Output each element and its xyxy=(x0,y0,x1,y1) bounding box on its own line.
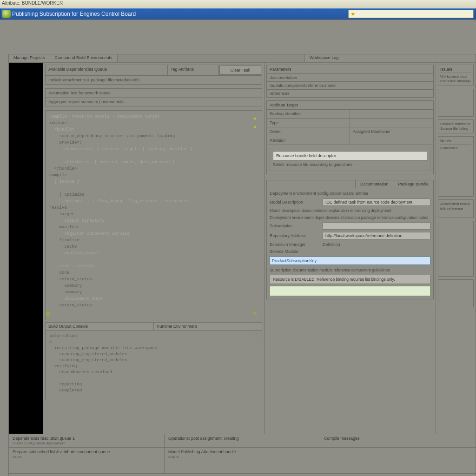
tab-workspace-log[interactable]: Workspace Log xyxy=(304,54,476,62)
tab-runtime-env[interactable]: Runtime Environment xyxy=(154,323,262,330)
code-line: enumeration -> service targets { factory… xyxy=(49,146,258,152)
code-line: return_status xyxy=(49,276,258,283)
far-header-issues: Issues xyxy=(440,67,471,73)
tab-package-bundle[interactable]: Package Bundle xyxy=(393,180,433,188)
detail-desc-2: Deployment environment dependencies info… xyxy=(270,215,430,220)
far-text: Guidelines xyxy=(440,146,471,151)
code-line xyxy=(49,257,258,263)
link-doc[interactable]: documentation xyxy=(266,74,434,82)
resource-input[interactable] xyxy=(273,151,427,160)
code-line: <bundle> xyxy=(49,126,258,133)
output-line: scanning_registered_modules xyxy=(49,357,258,364)
value-model-desc: IDE defined task from source code deploy… xyxy=(323,198,430,206)
marker-icon[interactable]: ▣ xyxy=(253,310,259,315)
detail-desc-3: Subscription documentation module refere… xyxy=(270,268,430,273)
prop-value[interactable]: Assigned Maintainer xyxy=(350,127,433,136)
favorite-icon[interactable]: ★ xyxy=(350,11,356,17)
code-line: attributes: { version, owner, date_creat… xyxy=(49,159,258,165)
tab-manage-projects[interactable]: Manage Projects xyxy=(9,54,50,62)
app-window: Manage Projects Compound Build Environme… xyxy=(8,54,476,476)
browser-tab-bar: Attribute: BUNDLE/WORKER xyxy=(0,0,476,8)
result-box[interactable] xyxy=(270,286,430,296)
code-editor[interactable]: ◆ ◆ ▣ Compile: resource bundle → deploym… xyxy=(45,110,262,320)
output-line: scanning_registered_modules xyxy=(49,351,258,357)
marker-icon[interactable]: ◆ xyxy=(253,115,259,121)
output-line: installing package modules from workspac… xyxy=(49,345,258,351)
header-cell-queue[interactable]: Available Dependencies Queue xyxy=(46,65,168,75)
value-extension: Definition xyxy=(323,242,340,247)
value-repo[interactable]: http://local.workspace/reference.definit… xyxy=(323,232,430,239)
prop-value[interactable] xyxy=(350,136,433,145)
output-line: completed xyxy=(49,388,258,394)
marker-icon[interactable]: ◆ xyxy=(253,124,259,129)
status-cell: Model Publishing Attachment bundle outpu… xyxy=(165,448,320,473)
breakpoint-icon[interactable] xyxy=(46,311,50,316)
code-line: deployment done xyxy=(49,296,258,302)
clear-task-button[interactable]: Clear Task xyxy=(219,66,261,75)
close-icon[interactable]: × xyxy=(253,333,259,339)
detail-subtitle: Deployment environment configuration wiz… xyxy=(270,191,430,196)
code-title: Compile: resource bundle → deployment ta… xyxy=(49,113,258,120)
right-column: Parameters documentation module.componen… xyxy=(264,63,436,434)
value-subscription[interactable] xyxy=(323,222,430,230)
link-references[interactable]: references xyxy=(266,90,434,98)
status-cell xyxy=(320,448,476,473)
far-right-column: Issues Workspace local reference binding… xyxy=(436,63,476,434)
output-line: > xyxy=(49,339,258,345)
center-header-panel: Available Dependencies Queue Tag Attribu… xyxy=(45,65,262,85)
code-line xyxy=(49,152,258,159)
status-cell: Dependencies resolution queue 1 model.co… xyxy=(9,434,165,447)
far-text: Attachment model info reference xyxy=(440,202,471,211)
far-text: Workspace local reference bindings xyxy=(440,74,471,84)
input-hint: Select resource file according to guidel… xyxy=(273,162,427,167)
center-column: Available Dependencies Queue Tag Attribu… xyxy=(43,63,264,434)
browser-tab-label[interactable]: Attribute: BUNDLE/WORKER xyxy=(2,0,63,6)
output-title: information xyxy=(49,333,258,339)
code-line: finalize xyxy=(49,237,258,244)
page-title: Publishing Subscription for Engines Cont… xyxy=(12,11,348,17)
code-line: emit → results xyxy=(49,263,258,270)
code-line: { invoke } xyxy=(49,178,258,185)
status-area: Dependencies resolution queue 1 model.co… xyxy=(9,434,476,474)
tab-build-environments[interactable]: Compound Build Environments xyxy=(50,54,118,62)
link-component[interactable]: module.component.reference.name xyxy=(266,82,434,90)
output-console[interactable]: × information > installing package modul… xyxy=(45,331,262,400)
status-cell: Operations: post assignment: creating xyxy=(165,434,320,447)
app-icon xyxy=(2,10,11,18)
detail-desc-1: Model description documentation explanat… xyxy=(270,208,430,213)
output-line xyxy=(49,376,258,382)
right-header: Parameters xyxy=(266,65,434,74)
header-subtext: Include attachments & package file metad… xyxy=(46,76,262,84)
status-cell: Compile messages xyxy=(320,434,476,447)
prop-label: Type xyxy=(267,119,350,127)
code-line: source_dependency resolver assignments l… xyxy=(49,133,258,139)
status-line-2: Aggregate report summary (incremental) xyxy=(46,98,262,106)
prop-label: Binding Identifier xyxy=(267,110,350,119)
far-text: Resolve reference xyxy=(440,122,471,126)
detail-panel: Documentation Package Bundle Deployment … xyxy=(266,180,434,299)
info-strip: Resource is DISABLED. Reference binding … xyxy=(270,275,430,284)
prop-value[interactable] xyxy=(350,110,433,119)
code-line: | optimize xyxy=(49,192,258,198)
tab-build-output[interactable]: Build Output Console xyxy=(46,323,154,330)
status-cell: Prepare subscribed list & attribute comp… xyxy=(9,448,165,473)
output-line: dependencies resolved xyxy=(49,370,258,376)
label-repo: Repository Address xyxy=(270,233,320,238)
code-line: include xyxy=(49,120,258,126)
attribute-panel-title: Attribute Target xyxy=(267,101,433,110)
label-service: Service Module xyxy=(270,249,320,254)
label-extension: Extension Manager xyxy=(270,242,320,247)
url-field[interactable]: ★ xyxy=(348,10,474,18)
browser-title-bar: Publishing Subscription for Engines Cont… xyxy=(0,8,476,20)
label-model-desc: Model Description xyxy=(270,200,320,205)
code-line: return_status xyxy=(49,302,258,309)
code-line: output_directory xyxy=(49,218,258,224)
code-line: </bundle> xyxy=(49,165,258,172)
prop-value[interactable] xyxy=(350,119,433,127)
header-cell-tag[interactable]: Tag Attribute xyxy=(168,65,219,75)
console-tabs: Build Output Console Runtime Environment xyxy=(45,322,262,331)
code-line: summary xyxy=(49,289,258,296)
subscription-key-input[interactable] xyxy=(270,257,430,265)
code-line: done xyxy=(49,270,258,276)
tab-documentation[interactable]: Documentation xyxy=(355,180,393,188)
